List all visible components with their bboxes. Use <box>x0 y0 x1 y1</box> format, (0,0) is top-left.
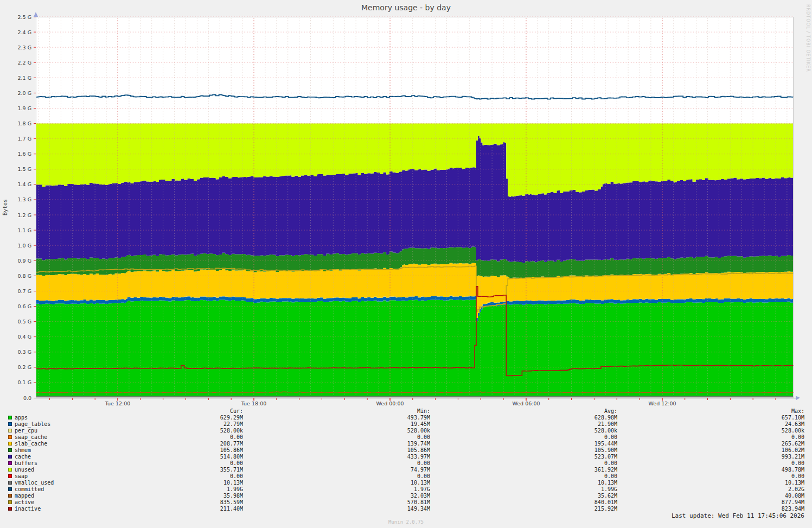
legend-swatch-icon <box>8 507 12 511</box>
legend-value-min: 0.00 <box>365 434 430 440</box>
legend-label: slab_cache <box>15 441 47 447</box>
y-tick-label: 0.3 G <box>18 349 32 355</box>
legend-value-min: 433.97M <box>365 454 430 460</box>
legend-label: shmem <box>15 447 31 453</box>
legend-swatch-icon <box>8 468 12 472</box>
legend-label: active <box>15 499 34 505</box>
legend-value-cur: 0.00 <box>178 434 243 440</box>
y-tick-label: 2.1 G <box>18 75 32 81</box>
legend-value-avg: 35.62M <box>552 493 617 499</box>
legend-swatch-icon <box>8 448 12 452</box>
x-tick-label: Tue 18:00 <box>241 400 267 406</box>
legend-value-min: 19.45M <box>365 421 430 427</box>
legend-value-max: 0.00 <box>739 473 804 479</box>
legend-value-cur: 105.86M <box>178 447 243 453</box>
legend-value-min: 139.74M <box>365 441 430 447</box>
line-mapped <box>36 392 794 392</box>
legend-swatch-icon <box>8 455 12 459</box>
legend-row-committed: committed1.99G1.97G1.99G2.02G <box>0 486 812 493</box>
legend-row-buffers: buffers0.000.000.000.00 <box>0 460 812 467</box>
legend-value-min: 74.97M <box>365 467 430 473</box>
legend-label: committed <box>15 486 44 492</box>
x-axis-arrow-icon <box>796 396 800 400</box>
legend-swatch-icon <box>8 500 12 504</box>
legend-value-min: 570.81M <box>365 499 430 505</box>
y-tick-label: 1.6 G <box>18 151 32 157</box>
legend-header: Cur:Min:Avg:Max: <box>0 408 812 415</box>
legend-value-max: 40.08M <box>739 493 804 499</box>
legend-value-max: 498.78M <box>739 467 804 473</box>
y-tick-label: 2.4 G <box>18 29 32 35</box>
y-tick-label: 0.7 G <box>18 288 32 294</box>
y-tick-label: 1.5 G <box>18 166 32 172</box>
x-tick-label: Tue 12:00 <box>105 400 131 406</box>
legend-row-slab_cache: slab_cache208.77M139.74M195.44M265.62M <box>0 441 812 447</box>
legend-value-cur: 1.99G <box>178 486 243 492</box>
legend-value-avg: 0.00 <box>552 434 617 440</box>
legend-row-active: active835.59M570.81M840.01M877.94M <box>0 499 812 506</box>
legend-header-avg: Avg: <box>552 408 617 414</box>
y-tick-label: 2.0 G <box>18 90 32 96</box>
legend-value-cur: 35.98M <box>178 493 243 499</box>
legend-value-max: 0.00 <box>739 460 804 466</box>
legend-value-min: 528.00k <box>365 428 430 434</box>
legend-value-max: 0.00 <box>739 434 804 440</box>
y-tick-label: 1.3 G <box>18 196 32 202</box>
legend-label: swap_cache <box>15 434 47 440</box>
y-tick-label: 0.0 <box>23 395 31 401</box>
y-tick-label: 0.9 G <box>18 258 32 264</box>
stacked-areas <box>36 124 794 398</box>
y-tick-label: 1.7 G <box>18 136 32 142</box>
legend-swatch-icon <box>8 494 12 498</box>
legend-value-avg: 21.90M <box>552 421 617 427</box>
legend-value-max: 265.62M <box>739 441 804 447</box>
legend-value-min: 1.97G <box>365 486 430 492</box>
legend-label: inactive <box>15 506 41 512</box>
legend-value-avg: 105.90M <box>552 447 617 453</box>
legend-row-unused: unused355.71M74.97M361.92M498.78M <box>0 467 812 473</box>
legend-label: per_cpu <box>15 428 37 434</box>
legend-label: buffers <box>15 460 37 466</box>
legend-row-mapped: mapped35.98M32.03M35.62M40.08M <box>0 493 812 499</box>
legend-value-avg: 0.00 <box>552 460 617 466</box>
y-tick-label: 1.4 G <box>18 181 32 187</box>
y-tick-label: 0.2 G <box>18 364 32 370</box>
legend-value-max: 2.02G <box>739 486 804 492</box>
x-tick-label: Wed 06:00 <box>512 400 540 406</box>
legend-value-cur: 629.29M <box>178 415 243 421</box>
y-tick-label: 0.8 G <box>18 273 32 279</box>
legend-value-min: 32.03M <box>365 493 430 499</box>
legend-value-max: 993.21M <box>739 454 804 460</box>
legend-value-max: 106.02M <box>739 447 804 453</box>
legend-value-cur: 10.13M <box>178 480 243 486</box>
legend-value-cur: 355.71M <box>178 467 243 473</box>
legend-row-inactive: inactive211.40M149.34M215.92M823.94M <box>0 506 812 512</box>
legend-swatch-icon <box>8 435 12 439</box>
legend-value-avg: 528.00k <box>552 428 617 434</box>
y-tick-label: 0.5 G <box>18 319 32 325</box>
x-tick-label: Wed 00:00 <box>376 400 404 406</box>
y-tick-label: 0.1 G <box>18 379 32 385</box>
legend-value-cur: 835.59M <box>178 499 243 505</box>
y-tick-label: 2.3 G <box>18 44 32 50</box>
legend-value-avg: 523.07M <box>552 454 617 460</box>
legend-row-swap_cache: swap_cache0.000.000.000.00 <box>0 434 812 441</box>
legend-value-max: 10.13M <box>739 480 804 486</box>
legend-value-avg: 10.13M <box>552 480 617 486</box>
y-tick-label: 2.2 G <box>18 60 32 66</box>
legend-value-cur: 211.40M <box>178 506 243 512</box>
legend-swatch-icon <box>8 481 12 485</box>
legend-value-max: 657.10M <box>739 415 804 421</box>
y-axis-arrow-icon <box>34 12 38 17</box>
legend-swatch-icon <box>8 422 12 426</box>
legend-row-shmem: shmem105.86M105.86M105.90M106.02M <box>0 447 812 454</box>
legend-header-min: Min: <box>365 408 430 414</box>
legend-label: cache <box>15 454 31 460</box>
legend-label: apps <box>15 415 28 421</box>
y-tick-label: 1.0 G <box>18 243 32 249</box>
legend-value-min: 149.34M <box>365 506 430 512</box>
legend-value-min: 105.86M <box>365 447 430 453</box>
legend-label: swap <box>15 473 28 479</box>
legend-label: mapped <box>15 493 34 499</box>
legend-label: unused <box>15 467 34 473</box>
